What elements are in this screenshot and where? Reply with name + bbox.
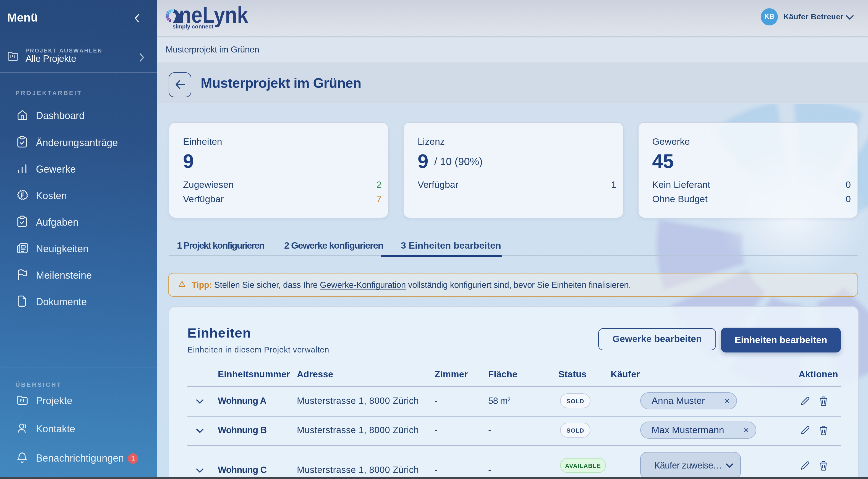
svg-text:simply connect: simply connect	[173, 23, 213, 30]
